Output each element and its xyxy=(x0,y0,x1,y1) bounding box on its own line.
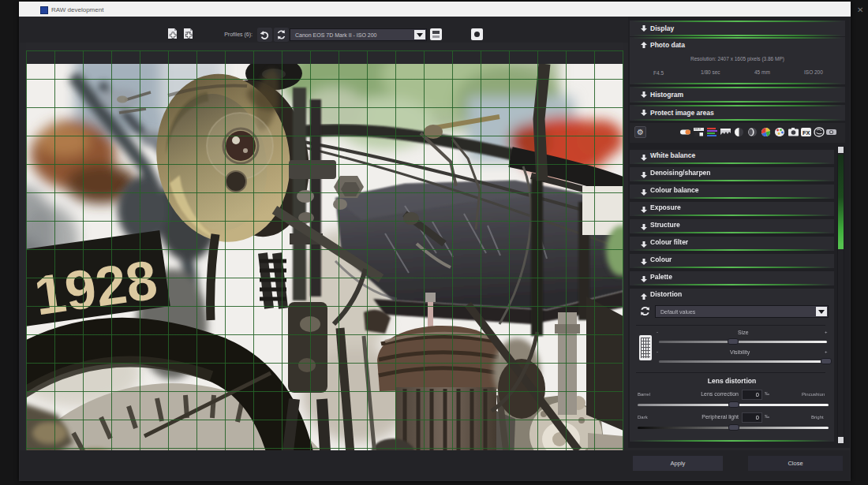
svg-text:FX: FX xyxy=(803,129,810,136)
